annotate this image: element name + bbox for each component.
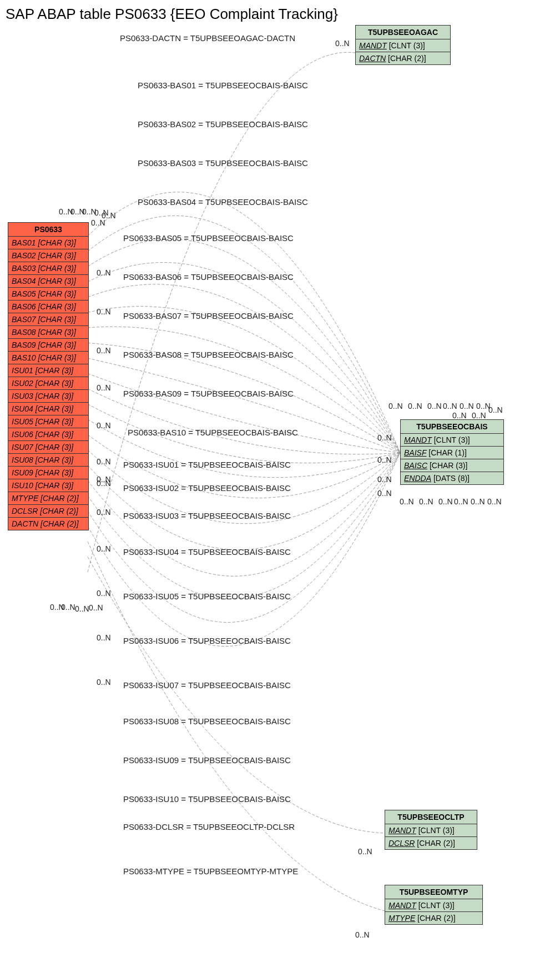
cardinality-label: 0..N	[377, 455, 392, 464]
entity-field: ISU06 [CHAR (3)]	[8, 428, 88, 441]
cardinality-label: 0..N	[97, 544, 111, 553]
entity-t5upbseeoagac: T5UPBSEEOAGAC MANDT [CLNT (3)]DACTN [CHA…	[355, 25, 451, 65]
relation-label: PS0633-BAS06 = T5UPBSEEOCBAIS-BAISC	[123, 272, 294, 282]
entity-header: T5UPBSEEOCBAIS	[401, 420, 503, 434]
entity-header: PS0633	[8, 223, 88, 237]
entity-field: BAS07 [CHAR (3)]	[8, 313, 88, 326]
entity-field: ISU09 [CHAR (3)]	[8, 467, 88, 479]
entity-field: BAS02 [CHAR (3)]	[8, 249, 88, 262]
entity-header: T5UPBSEEOCLTP	[385, 810, 477, 824]
entity-field: BAISF [CHAR (1)]	[401, 447, 503, 459]
entity-field: ISU05 [CHAR (3)]	[8, 415, 88, 428]
cardinality-label: 0..N	[427, 402, 442, 410]
cardinality-label: 0..N	[389, 402, 403, 410]
relation-label: PS0633-ISU10 = T5UPBSEEOCBAIS-BAISC	[123, 794, 291, 804]
entity-t5upbseeocltp: T5UPBSEEOCLTP MANDT [CLNT (3)]DCLSR [CHA…	[385, 810, 477, 850]
cardinality-label: 0..N	[355, 930, 370, 939]
cardinality-label: 0..N	[97, 633, 111, 642]
relation-label: PS0633-BAS04 = T5UPBSEEOCBAIS-BAISC	[138, 197, 308, 207]
entity-field: BAISC [CHAR (3)]	[401, 459, 503, 472]
cardinality-label: 0..N	[408, 402, 422, 410]
entity-field: BAS03 [CHAR (3)]	[8, 262, 88, 275]
cardinality-label: 0..N	[61, 603, 75, 612]
cardinality-label: 0..N	[400, 497, 414, 506]
page-title: SAP ABAP table PS0633 {EEO Complaint Tra…	[6, 6, 560, 23]
cardinality-label: 0..N	[377, 475, 392, 484]
entity-t5upbseeocbais: T5UPBSEEOCBAIS MANDT [CLNT (3)]BAISF [CH…	[400, 419, 504, 485]
cardinality-label: 0..N	[97, 678, 111, 687]
entity-field: BAS01 [CHAR (3)]	[8, 237, 88, 249]
cardinality-label: 0..N	[97, 421, 111, 430]
cardinality-label: 0..N	[97, 307, 111, 316]
cardinality-label: 0..N	[97, 268, 111, 277]
cardinality-label: 0..N	[377, 433, 392, 442]
relation-label: PS0633-ISU05 = T5UPBSEEOCBAIS-BAISC	[123, 592, 291, 601]
cardinality-label: 0..N	[97, 479, 111, 488]
cardinality-label: 0..N	[487, 497, 502, 506]
entity-field: BAS09 [CHAR (3)]	[8, 339, 88, 352]
entity-field: DACTN [CHAR (2)]	[356, 52, 450, 64]
entity-field: ISU07 [CHAR (3)]	[8, 441, 88, 454]
cardinality-label: 0..N	[97, 457, 111, 466]
relation-label: PS0633-ISU06 = T5UPBSEEOCBAIS-BAISC	[123, 636, 291, 645]
cardinality-label: 0..N	[358, 847, 372, 856]
cardinality-label: 0..N	[75, 604, 89, 613]
cardinality-label: 0..N	[460, 402, 474, 410]
entity-field: DCLSR [CHAR (2)]	[385, 837, 477, 849]
entity-field: ISU02 [CHAR (3)]	[8, 377, 88, 390]
cardinality-label: 0..N	[91, 218, 105, 227]
entity-field: ISU01 [CHAR (3)]	[8, 364, 88, 377]
entity-field: MANDT [CLNT (3)]	[385, 899, 482, 912]
relation-label: PS0633-ISU08 = T5UPBSEEOCBAIS-BAISC	[123, 717, 291, 726]
cardinality-label: 0..N	[438, 497, 453, 506]
entity-field: MANDT [CLNT (3)]	[385, 824, 477, 837]
relation-label: PS0633-BAS01 = T5UPBSEEOCBAIS-BAISC	[138, 81, 308, 90]
entity-field: ISU04 [CHAR (3)]	[8, 403, 88, 415]
relation-label: PS0633-BAS07 = T5UPBSEEOCBAIS-BAISC	[123, 311, 294, 320]
cardinality-label: 0..N	[471, 497, 485, 506]
cardinality-label: 0..N	[488, 405, 503, 414]
relation-label: PS0633-DACTN = T5UPBSEEOAGAC-DACTN	[120, 33, 295, 43]
cardinality-label: 0..N	[97, 346, 111, 355]
entity-field: MTYPE [CHAR (2)]	[8, 492, 88, 505]
entity-field: ENDDA [DATS (8)]	[401, 472, 503, 484]
entity-field: BAS04 [CHAR (3)]	[8, 275, 88, 288]
relation-label: PS0633-BAS02 = T5UPBSEEOCBAIS-BAISC	[138, 119, 308, 129]
entity-field: MTYPE [CHAR (2)]	[385, 912, 482, 924]
cardinality-label: 0..N	[443, 402, 457, 410]
relation-label: PS0633-BAS09 = T5UPBSEEOCBAIS-BAISC	[123, 389, 294, 398]
relation-label: PS0633-MTYPE = T5UPBSEEOMTYP-MTYPE	[123, 866, 298, 876]
cardinality-label: 0..N	[454, 497, 468, 506]
entity-field: ISU03 [CHAR (3)]	[8, 390, 88, 403]
relation-label: PS0633-ISU01 = T5UPBSEEOCBAIS-BAISC	[123, 460, 291, 469]
relation-label: PS0633-ISU07 = T5UPBSEEOCBAIS-BAISC	[123, 680, 291, 690]
entity-field: DCLSR [CHAR (2)]	[8, 505, 88, 518]
entity-t5upbseeomtyp: T5UPBSEEOMTYP MANDT [CLNT (3)]MTYPE [CHA…	[385, 885, 483, 925]
entity-field: MANDT [CLNT (3)]	[356, 39, 450, 52]
entity-field: DACTN [CHAR (2)]	[8, 518, 88, 530]
cardinality-label: 0..N	[97, 589, 111, 598]
relation-label: PS0633-BAS03 = T5UPBSEEOCBAIS-BAISC	[138, 158, 308, 168]
cardinality-label: 0..N	[335, 39, 350, 48]
cardinality-label: 0..N	[472, 411, 486, 420]
cardinality-label: 0..N	[419, 497, 433, 506]
cardinality-label: 0..N	[97, 383, 111, 392]
cardinality-label: 0..N	[89, 603, 103, 612]
relation-label: PS0633-BAS10 = T5UPBSEEOCBAIS-BAISC	[128, 428, 298, 437]
cardinality-label: 0..N	[97, 508, 111, 517]
relation-label: PS0633-ISU09 = T5UPBSEEOCBAIS-BAISC	[123, 755, 291, 765]
cardinality-label: 0..N	[377, 489, 392, 498]
cardinality-label: 0..N	[452, 411, 467, 420]
entity-field: MANDT [CLNT (3)]	[401, 434, 503, 447]
entity-ps0633: PS0633 BAS01 [CHAR (3)]BAS02 [CHAR (3)]B…	[8, 222, 89, 530]
entity-field: BAS06 [CHAR (3)]	[8, 300, 88, 313]
entity-field: BAS08 [CHAR (3)]	[8, 326, 88, 339]
relation-label: PS0633-ISU04 = T5UPBSEEOCBAIS-BAISC	[123, 547, 291, 557]
entity-header: T5UPBSEEOAGAC	[356, 26, 450, 39]
relation-label: PS0633-BAS05 = T5UPBSEEOCBAIS-BAISC	[123, 233, 294, 243]
entity-field: BAS10 [CHAR (3)]	[8, 352, 88, 364]
entity-field: ISU08 [CHAR (3)]	[8, 454, 88, 467]
entity-header: T5UPBSEEOMTYP	[385, 885, 482, 899]
entity-field: ISU10 [CHAR (3)]	[8, 479, 88, 492]
relation-label: PS0633-ISU03 = T5UPBSEEOCBAIS-BAISC	[123, 511, 291, 520]
